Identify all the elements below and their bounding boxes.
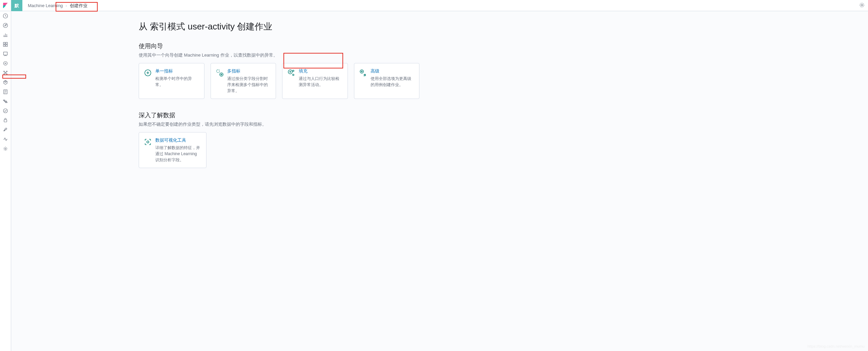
help-icon[interactable] (859, 2, 865, 9)
card-desc: 详细了解数据的特征，并通过 Machine Learning 识别分析字段。 (155, 145, 201, 163)
svg-point-7 (4, 62, 7, 65)
devtools-icon[interactable] (0, 125, 11, 135)
card-title: 高级 (371, 68, 415, 74)
wizard-card-grid: 单一指标 检测单个时序中的异常。 多指标 通过按分类字段分割时序来检测多个指标中… (139, 63, 419, 99)
monitoring-icon[interactable] (0, 135, 11, 144)
card-multi-metric[interactable]: 多指标 通过按分类字段分割时序来检测多个指标中的异常。 (211, 63, 276, 99)
visualize-icon[interactable] (0, 30, 11, 40)
breadcrumb-create-job: 创建作业 (68, 0, 90, 11)
card-title: 单一指标 (155, 68, 199, 74)
card-title: 多指标 (227, 68, 271, 74)
data-viz-icon (144, 138, 152, 146)
card-single-metric[interactable]: 单一指标 检测单个时序中的异常。 (139, 63, 204, 99)
discover-icon[interactable] (0, 21, 11, 30)
card-data-visualizer[interactable]: 数据可视化工具 详细了解数据的特征，并通过 Machine Learning 识… (139, 132, 206, 168)
card-population[interactable]: 填充 通过与人口行为比较检测异常活动。 (282, 63, 348, 99)
uptime-icon[interactable] (0, 106, 11, 116)
svg-rect-4 (3, 45, 5, 46)
svg-point-8 (5, 63, 6, 64)
plus-circle-icon (144, 69, 152, 77)
explore-section-title: 深入了解数据 (139, 111, 419, 119)
recent-icon[interactable] (0, 11, 11, 21)
svg-rect-15 (3, 100, 5, 101)
kibana-logo[interactable] (0, 0, 11, 11)
card-title: 填充 (299, 68, 343, 74)
wizard-section-subtitle: 使用其中一个向导创建 Machine Learning 作业，以查找数据中的异常… (139, 52, 419, 58)
explore-section-subtitle: 如果您不确定要创建的作业类型，请先浏览数据中的字段和指标。 (139, 121, 419, 127)
advanced-plus-icon (359, 69, 367, 77)
dashboard-icon[interactable] (0, 40, 11, 49)
svg-rect-2 (3, 42, 5, 44)
svg-rect-5 (6, 45, 7, 46)
svg-rect-16 (4, 101, 6, 102)
breadcrumb-ml[interactable]: Machine Learning (26, 0, 65, 11)
siem-icon[interactable] (0, 116, 11, 125)
apm-icon[interactable] (0, 97, 11, 106)
card-desc: 通过按分类字段分割时序来检测多个指标中的异常。 (227, 76, 271, 94)
canvas-icon[interactable] (0, 49, 11, 59)
population-plus-icon (287, 69, 295, 77)
logs-icon[interactable] (0, 87, 11, 97)
svg-point-21 (860, 3, 864, 7)
svg-rect-17 (5, 102, 7, 103)
watermark-text: https://blog.csdn.net/weixin_mumu (807, 344, 865, 348)
svg-rect-19 (4, 120, 7, 122)
card-title: 数据可视化工具 (155, 137, 201, 143)
svg-rect-6 (4, 52, 7, 55)
maps-icon[interactable] (0, 59, 11, 68)
svg-rect-24 (217, 70, 219, 73)
svg-rect-3 (6, 42, 7, 44)
space-selector[interactable]: 默 (11, 0, 22, 11)
page-title: 从 索引模式 user-activity 创建作业 (139, 21, 419, 33)
svg-point-20 (5, 148, 6, 149)
multi-plus-icon (216, 69, 224, 77)
card-desc: 检测单个时序中的异常。 (155, 76, 199, 88)
header-bar: 默 Machine Learning › 创建作业 (11, 0, 868, 11)
svg-point-18 (3, 109, 7, 113)
card-desc: 使用全部选项为更高级的用例创建作业。 (371, 76, 415, 88)
svg-point-22 (861, 4, 863, 6)
wizard-section-title: 使用向导 (139, 42, 419, 50)
breadcrumb-sep: › (65, 3, 67, 8)
breadcrumbs: Machine Learning › 创建作业 (22, 0, 90, 11)
sidebar-nav (0, 0, 11, 351)
svg-point-30 (147, 141, 149, 143)
ml-icon[interactable] (0, 68, 11, 78)
svg-point-28 (293, 70, 294, 71)
svg-point-27 (293, 74, 294, 76)
card-advanced[interactable]: 高级 使用全部选项为更高级的用例创建作业。 (354, 63, 420, 99)
management-icon[interactable] (0, 144, 11, 153)
svg-point-1 (3, 23, 8, 28)
infra-icon[interactable] (0, 78, 11, 87)
space-label: 默 (15, 3, 19, 9)
card-desc: 通过与人口行为比较检测异常活动。 (299, 76, 343, 88)
